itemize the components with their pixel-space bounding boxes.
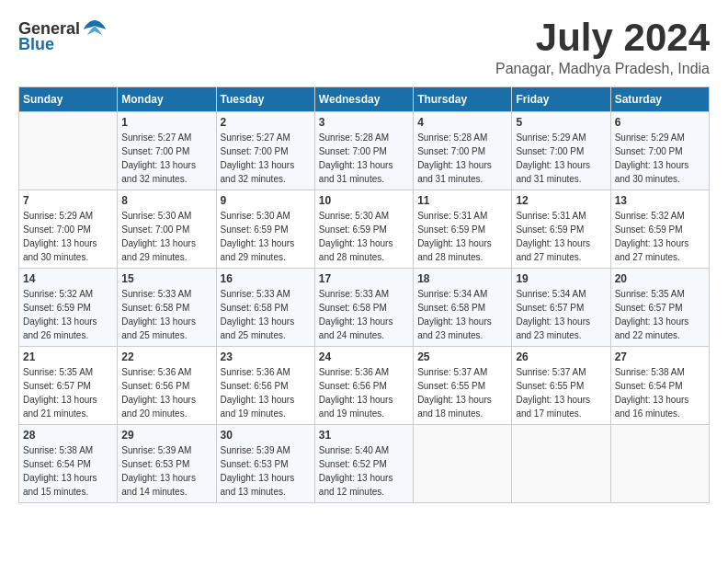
calendar-cell: 5 Sunrise: 5:29 AM Sunset: 7:00 PM Dayli… [512,112,610,190]
calendar-cell: 20 Sunrise: 5:35 AM Sunset: 6:57 PM Dayl… [610,269,709,347]
sunset: Sunset: 6:57 PM [23,381,91,391]
sunset: Sunset: 7:00 PM [121,146,189,156]
sunrise: Sunrise: 5:32 AM [23,289,93,299]
sunrise: Sunrise: 5:33 AM [121,289,191,299]
day-info: Sunrise: 5:30 AM Sunset: 7:00 PM Dayligh… [121,209,211,264]
sunset: Sunset: 6:55 PM [516,381,584,391]
sunset: Sunset: 7:00 PM [319,146,387,156]
day-number: 1 [121,116,211,129]
weekday-header-thursday: Thursday [414,87,512,112]
calendar-cell: 3 Sunrise: 5:28 AM Sunset: 7:00 PM Dayli… [314,112,413,190]
calendar-cell: 15 Sunrise: 5:33 AM Sunset: 6:58 PM Dayl… [118,269,216,347]
day-info: Sunrise: 5:27 AM Sunset: 7:00 PM Dayligh… [121,131,211,186]
day-info: Sunrise: 5:29 AM Sunset: 7:00 PM Dayligh… [615,131,705,186]
day-number: 6 [615,116,705,129]
sunrise: Sunrise: 5:36 AM [121,367,191,377]
day-number: 5 [516,116,606,129]
calendar-cell: 22 Sunrise: 5:36 AM Sunset: 6:56 PM Dayl… [118,347,216,425]
sunset: Sunset: 7:00 PM [121,224,189,235]
day-number: 3 [319,116,409,129]
sunset: Sunset: 7:00 PM [615,146,683,156]
sunset: Sunset: 6:59 PM [221,224,289,235]
day-info: Sunrise: 5:36 AM Sunset: 6:56 PM Dayligh… [121,365,211,420]
calendar-week-3: 14 Sunrise: 5:32 AM Sunset: 6:59 PM Dayl… [19,269,710,347]
sunset: Sunset: 6:58 PM [121,303,189,313]
day-info: Sunrise: 5:39 AM Sunset: 6:53 PM Dayligh… [121,443,211,499]
day-number: 11 [417,194,507,207]
sunset: Sunset: 6:59 PM [417,224,485,235]
calendar-cell: 28 Sunrise: 5:38 AM Sunset: 6:54 PM Dayl… [19,425,118,503]
calendar-cell [610,425,709,503]
calendar-cell: 18 Sunrise: 5:34 AM Sunset: 6:58 PM Dayl… [414,269,512,347]
daylight: Daylight: 13 hours and 30 minutes. [615,160,689,184]
daylight: Daylight: 13 hours and 21 minutes. [23,395,97,419]
day-info: Sunrise: 5:29 AM Sunset: 7:00 PM Dayligh… [23,209,113,264]
daylight: Daylight: 13 hours and 29 minutes. [221,238,295,262]
sunset: Sunset: 6:59 PM [319,224,387,235]
sunrise: Sunrise: 5:35 AM [23,367,93,377]
day-number: 19 [516,272,606,285]
day-info: Sunrise: 5:35 AM Sunset: 6:57 PM Dayligh… [615,287,705,342]
day-info: Sunrise: 5:38 AM Sunset: 6:54 PM Dayligh… [23,443,113,499]
sunrise: Sunrise: 5:36 AM [319,367,389,377]
sunset: Sunset: 6:59 PM [23,303,91,313]
sunset: Sunset: 6:53 PM [121,459,189,469]
sunset: Sunset: 7:00 PM [221,146,289,156]
day-number: 30 [221,429,311,442]
sunset: Sunset: 6:55 PM [417,381,485,391]
day-info: Sunrise: 5:30 AM Sunset: 6:59 PM Dayligh… [221,209,311,264]
sunset: Sunset: 7:00 PM [23,224,91,235]
sunrise: Sunrise: 5:39 AM [121,445,191,455]
sunset: Sunset: 6:59 PM [516,224,584,235]
sunrise: Sunrise: 5:29 AM [615,132,685,143]
day-number: 10 [319,194,409,207]
sunrise: Sunrise: 5:37 AM [516,367,586,377]
sunset: Sunset: 6:59 PM [615,224,683,235]
day-info: Sunrise: 5:37 AM Sunset: 6:55 PM Dayligh… [516,365,606,420]
daylight: Daylight: 13 hours and 19 minutes. [221,395,295,419]
logo-blue-text: Blue [18,35,54,54]
day-number: 26 [516,350,606,363]
daylight: Daylight: 13 hours and 29 minutes. [121,238,196,262]
daylight: Daylight: 13 hours and 31 minutes. [417,160,492,184]
daylight: Daylight: 13 hours and 23 minutes. [516,316,590,340]
sunrise: Sunrise: 5:31 AM [417,211,487,221]
day-info: Sunrise: 5:33 AM Sunset: 6:58 PM Dayligh… [221,287,311,342]
logo: General Blue [18,18,108,54]
day-info: Sunrise: 5:36 AM Sunset: 6:56 PM Dayligh… [221,365,311,420]
weekday-header-wednesday: Wednesday [314,87,413,112]
sunrise: Sunrise: 5:31 AM [516,211,586,221]
calendar-week-5: 28 Sunrise: 5:38 AM Sunset: 6:54 PM Dayl… [19,425,710,503]
day-number: 15 [121,272,211,285]
sunrise: Sunrise: 5:29 AM [23,211,93,221]
month-title: July 2024 [495,18,710,57]
calendar-cell: 7 Sunrise: 5:29 AM Sunset: 7:00 PM Dayli… [19,190,118,269]
calendar-cell: 8 Sunrise: 5:30 AM Sunset: 7:00 PM Dayli… [118,190,216,269]
day-info: Sunrise: 5:34 AM Sunset: 6:57 PM Dayligh… [516,287,606,342]
day-info: Sunrise: 5:32 AM Sunset: 6:59 PM Dayligh… [23,287,113,342]
sunrise: Sunrise: 5:40 AM [319,445,389,455]
day-info: Sunrise: 5:40 AM Sunset: 6:52 PM Dayligh… [319,443,409,499]
sunset: Sunset: 6:58 PM [417,303,485,313]
sunset: Sunset: 6:58 PM [319,303,387,313]
sunset: Sunset: 6:56 PM [319,381,387,391]
sunrise: Sunrise: 5:27 AM [121,132,191,143]
day-number: 16 [221,272,311,285]
sunrise: Sunrise: 5:28 AM [319,132,389,143]
daylight: Daylight: 13 hours and 30 minutes. [23,238,97,262]
sunset: Sunset: 6:54 PM [615,381,683,391]
page-header: General Blue July 2024 Panagar, Madhya P… [18,18,710,77]
daylight: Daylight: 13 hours and 15 minutes. [23,473,97,497]
sunset: Sunset: 6:56 PM [121,381,189,391]
sunset: Sunset: 6:56 PM [221,381,289,391]
location: Panagar, Madhya Pradesh, India [495,61,710,77]
daylight: Daylight: 13 hours and 19 minutes. [319,395,393,419]
day-info: Sunrise: 5:36 AM Sunset: 6:56 PM Dayligh… [319,365,409,420]
weekday-header-sunday: Sunday [19,87,118,112]
day-number: 13 [615,194,705,207]
day-number: 22 [121,350,211,363]
day-info: Sunrise: 5:30 AM Sunset: 6:59 PM Dayligh… [319,209,409,264]
calendar-cell: 24 Sunrise: 5:36 AM Sunset: 6:56 PM Dayl… [314,347,413,425]
day-number: 31 [319,429,409,442]
day-number: 2 [221,116,311,129]
